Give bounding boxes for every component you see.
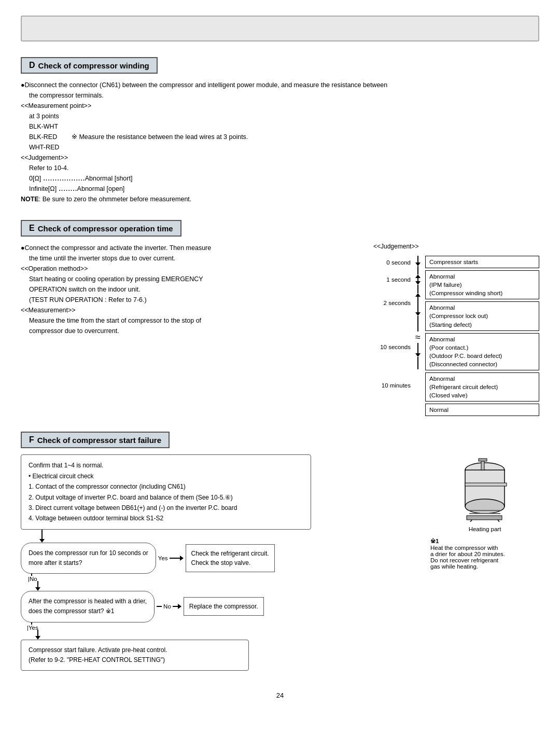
timeline-arrows: ≈	[411, 253, 425, 416]
wave-symbol: ≈	[415, 333, 421, 342]
line-3	[417, 285, 418, 293]
section-f-letter: F	[29, 435, 34, 445]
arrow-confirm-to-q1	[41, 530, 420, 543]
yes-label: Yes	[158, 555, 168, 561]
time-0s: 0 second	[386, 256, 411, 269]
note1-area: ※1 Heat the compressor witha drier for a…	[430, 537, 539, 570]
line-6	[417, 343, 418, 353]
arrow-1	[415, 262, 421, 266]
no-label-q2: No	[163, 603, 171, 610]
box-abnormal-3: Abnormal(Poor contact.)(Outdoor P.C. boa…	[425, 333, 539, 370]
time-1s: 1 second	[386, 269, 411, 290]
result-yes-box: Check the refrigerant circuit.Check the …	[186, 544, 275, 572]
q2-box: After the compressor is heated with a dr…	[21, 591, 155, 622]
section-f-content: Confirm that 1~4 is normal. • Electrical…	[21, 454, 539, 670]
section-e-heading: Check of compressor operation time	[38, 224, 173, 233]
line-4	[417, 297, 418, 312]
horiz-line-no	[157, 606, 162, 607]
q1-text: Does the compressor run for 10 seconds o…	[29, 549, 148, 566]
box-abnormal-2: Abnormal(Compressor lock out)(Starting d…	[425, 301, 539, 330]
section-d-body: ●Disconnect the connector (CN61) between…	[21, 80, 539, 204]
result-no-box: Replace the compressor.	[184, 597, 264, 616]
flowchart-area: Confirm that 1~4 is normal. • Electrical…	[21, 454, 420, 670]
q2-text: After the compressor is heated with a dr…	[29, 598, 147, 615]
start-failure-text: Compressor start failure. Activate pre-h…	[29, 646, 167, 663]
box-abnormal-1: Abnormal(IPM failure)(Compressor winding…	[425, 270, 539, 299]
start-failure-box: Compressor start failure. Activate pre-h…	[21, 640, 249, 671]
note1-label: ※1	[430, 538, 439, 544]
compressor-svg	[456, 454, 513, 522]
time-10m: 10 minutes	[382, 378, 411, 393]
arrow-right-no	[178, 604, 181, 609]
arrow-3	[415, 312, 421, 316]
time-10s: 10 seconds	[380, 316, 411, 352]
section-e-left: ●Connect the compressor and activate the…	[21, 243, 363, 416]
header-bar	[21, 16, 539, 42]
section-e-right: <<Judgement>> 0 second 1 second 2 second…	[373, 243, 539, 416]
box-abnormal-4: Abnormal(Refrigerant circuit defect)(Clo…	[425, 372, 539, 402]
timeline-diagram: 0 second 1 second 2 seconds 10 seconds 1…	[373, 253, 539, 416]
result-no-text: Replace the compressor.	[189, 603, 258, 610]
svg-point-2	[465, 499, 505, 514]
box-normal: Normal	[425, 404, 539, 416]
svg-rect-5	[465, 483, 507, 486]
arrow-up-1	[415, 274, 421, 278]
section-e: E Check of compressor operation time ●Co…	[21, 220, 539, 416]
time-labels: 0 second 1 second 2 seconds 10 seconds 1…	[373, 253, 411, 416]
section-f: F Check of compressor start failure Conf…	[21, 432, 539, 670]
box-compressor-starts: Compressor starts	[425, 256, 539, 268]
no-arrow-q2: No	[157, 603, 181, 610]
q1-row: Does the compressor run for 10 seconds o…	[21, 543, 420, 574]
note1-text: Heat the compressor witha drier for abou…	[430, 545, 505, 570]
svg-rect-8	[467, 516, 502, 520]
arrow-4	[415, 353, 421, 357]
svg-rect-4	[479, 459, 487, 461]
line-top	[417, 256, 418, 262]
yes-arrow: Yes	[158, 555, 184, 561]
confirm-box: Confirm that 1~4 is normal. • Electrical…	[21, 454, 311, 529]
q2-row: After the compressor is heated with a dr…	[21, 591, 420, 622]
time-2s: 2 seconds	[384, 290, 411, 316]
yes-arrow-q2: |Yes	[31, 622, 420, 640]
section-f-heading: Check of compressor start failure	[37, 436, 161, 445]
no-arrow-q1: |No	[31, 574, 420, 591]
section-d-letter: D	[29, 61, 35, 70]
confirm-text: Confirm that 1~4 is normal. • Electrical…	[29, 462, 237, 522]
line-1	[417, 266, 418, 274]
svg-line-10	[498, 520, 500, 522]
q1-box: Does the compressor run for 10 seconds o…	[21, 543, 156, 574]
result-yes-text: Check the refrigerant circuit.Check the …	[191, 550, 269, 566]
line-5	[417, 316, 418, 331]
page-number: 24	[21, 691, 539, 699]
section-e-title: E Check of compressor operation time	[21, 220, 181, 237]
heating-part-label: Heating part	[430, 526, 539, 532]
horiz-line-yes	[170, 558, 180, 559]
line-7	[417, 357, 418, 369]
svg-line-9	[469, 520, 472, 522]
section-f-title: F Check of compressor start failure	[21, 432, 170, 448]
section-d-title: D Check of compressor winding	[21, 57, 158, 74]
section-e-content: ●Connect the compressor and activate the…	[21, 243, 539, 416]
timeline-boxes: Compressor starts Abnormal(IPM failure)(…	[425, 253, 539, 416]
section-f-right: Heating part ※1 Heat the compressor with…	[430, 454, 539, 670]
horiz-line-no2	[173, 606, 178, 607]
arrow-up-2	[415, 293, 421, 297]
section-d: D Check of compressor winding ●Disconnec…	[21, 57, 539, 204]
section-d-heading: Check of compressor winding	[38, 61, 149, 70]
arrow-right-yes	[180, 556, 184, 561]
section-e-letter: E	[29, 224, 35, 233]
arrow-2	[415, 281, 421, 285]
judgement-label: <<Judgement>>	[373, 243, 539, 250]
compressor-illustration	[430, 454, 539, 522]
